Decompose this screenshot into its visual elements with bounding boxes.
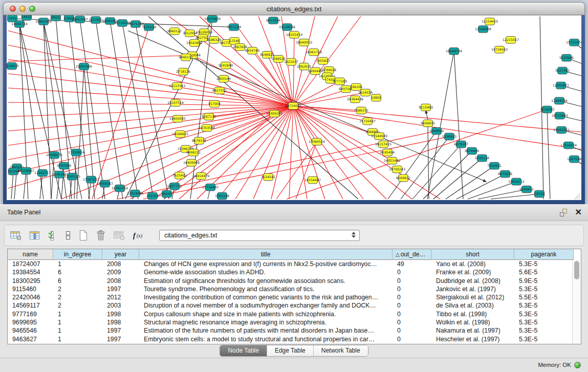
graph-node[interactable]: 19734933	[491, 46, 508, 53]
graph-node[interactable]: 17359924	[68, 149, 84, 156]
graph-node[interactable]: 9797588	[57, 162, 71, 169]
graph-node[interactable]: 15720407	[359, 118, 376, 125]
graph-node[interactable]: 7955812	[316, 57, 330, 64]
column-header-year[interactable]: year	[102, 249, 139, 260]
graph-node[interactable]: 9115460	[419, 104, 433, 111]
graph-node[interactable]: 9227343	[555, 67, 570, 74]
graph-node[interactable]: 15716485	[202, 184, 219, 191]
graph-node[interactable]: 8454749	[245, 47, 259, 54]
table-row[interactable]: 2242004622012Investigating the contribut…	[8, 293, 581, 301]
table-row[interactable]: 911546021997Tourette syndrome. Phenomeno…	[8, 285, 581, 293]
graph-node[interactable]: 1005144	[215, 192, 229, 200]
column-header-pagerank[interactable]: pagerank	[514, 249, 574, 260]
graph-node[interactable]: 12942757	[34, 169, 51, 177]
graph-node[interactable]: 12093872	[553, 82, 569, 89]
graph-node[interactable]: 18640910	[296, 39, 312, 46]
graph-node[interactable]: 7857224	[227, 24, 241, 31]
tab-network-table[interactable]: Network Table	[313, 345, 368, 356]
graph-node[interactable]: 19218596	[279, 24, 295, 31]
tab-edge-table[interactable]: Edge Table	[267, 345, 313, 356]
graph-node[interactable]: 8678334	[192, 137, 206, 144]
graph-node[interactable]: 2803144	[216, 75, 231, 82]
graph-node[interactable]: 3215953	[540, 106, 554, 113]
graph-node[interactable]: 19166825	[172, 130, 188, 138]
minimize-window-icon[interactable]	[19, 6, 26, 12]
graph-node[interactable]: 12254419	[482, 18, 498, 25]
graph-node[interactable]: 9777169	[333, 78, 347, 85]
graph-node[interactable]: 1588520	[271, 55, 286, 62]
float-panel-icon[interactable]	[559, 208, 568, 217]
graph-node[interactable]: 1167534	[567, 156, 581, 163]
graph-node[interactable]: 12213343	[169, 82, 185, 90]
graph-node[interactable]: 9415	[51, 15, 61, 21]
graph-node[interactable]: 10654112	[508, 178, 525, 185]
table-settings-icon[interactable]	[10, 230, 22, 240]
graph-node[interactable]: 16154447	[304, 177, 321, 184]
graph-node[interactable]: 2935114	[475, 155, 489, 162]
graph-node[interactable]: 12923446	[127, 190, 143, 197]
graph-node[interactable]: 19958167	[97, 180, 113, 187]
table-row[interactable]: 1938455462009Genome-wide association stu…	[8, 268, 581, 276]
close-window-icon[interactable]	[10, 6, 16, 12]
graph-node[interactable]: 16648794	[446, 48, 462, 55]
graph-node[interactable]: 746206	[350, 83, 362, 91]
create-table-icon[interactable]	[78, 230, 89, 241]
column-header-short[interactable]: short	[431, 249, 514, 260]
graph-node[interactable]: 203101	[146, 192, 159, 200]
graph-node[interactable]: 8813054	[266, 17, 280, 24]
graph-node[interactable]: 2718126	[176, 68, 190, 75]
graph-node[interactable]: 16033809	[204, 15, 221, 23]
graph-node[interactable]: 9474444	[465, 147, 479, 155]
graph-node[interactable]: 8099652	[396, 174, 410, 182]
graph-node[interactable]: 9890112	[179, 54, 193, 61]
graph-node[interactable]: 11544949	[371, 133, 387, 140]
graph-node[interactable]: 20532	[534, 190, 545, 198]
graph-node[interactable]: 10653287	[72, 16, 88, 23]
graph-node[interactable]: 6679197	[454, 141, 468, 148]
function-builder-icon[interactable]: f (x)	[132, 230, 145, 240]
graph-node[interactable]: 9857771	[167, 183, 182, 190]
graph-node[interactable]: 8186328	[207, 36, 221, 43]
table-row[interactable]: 969969511998Structural magnetic resonanc…	[8, 318, 581, 326]
graph-node[interactable]: 9498222	[186, 149, 201, 156]
graph-node[interactable]: 10700243	[389, 166, 405, 173]
graph-node[interactable]: 15692971	[553, 126, 570, 134]
row-height-icon[interactable]	[64, 230, 72, 240]
graph-node[interactable]: 20053346	[76, 63, 92, 70]
graph-node[interactable]: 15751074	[566, 39, 581, 46]
graph-node[interactable]: 7524542	[261, 173, 275, 181]
graph-node[interactable]: 1527602	[89, 16, 103, 24]
table-row[interactable]: 977716911998Corpus callosum shape and si…	[8, 310, 581, 318]
graph-node[interactable]: 2016635	[7, 62, 19, 70]
graph-node[interactable]: 917004	[208, 100, 221, 107]
table-row[interactable]: 946362711997Embryonic stem cells: a mode…	[8, 335, 581, 343]
graph-node[interactable]: 10543862	[186, 39, 203, 47]
graph-node[interactable]: 16961758	[306, 49, 322, 56]
graph-node[interactable]: 9245652	[519, 186, 534, 193]
graph-node[interactable]: 9129946	[559, 54, 574, 61]
graph-node[interactable]: 12215917	[503, 36, 519, 43]
column-header-outde[interactable]: △out_de…	[393, 249, 431, 260]
graph-node[interactable]: 1822037	[284, 58, 298, 65]
window-titlebar[interactable]: citations_edges.txt	[3, 2, 585, 15]
column-header-name[interactable]: name	[8, 249, 53, 260]
graph-node[interactable]: 8471676	[498, 170, 512, 178]
graph-node[interactable]: 11156867	[18, 167, 34, 174]
graph-node[interactable]: 16210643	[552, 112, 568, 119]
graph-node[interactable]: 10800	[371, 94, 381, 101]
vertical-scrollbar[interactable]	[572, 260, 581, 344]
graph-node[interactable]: 9699695	[421, 120, 435, 127]
graph-node[interactable]: 20206576	[46, 151, 62, 159]
graph-node[interactable]: 7625402	[172, 172, 187, 179]
table-row[interactable]: 946554611997Estimation of the future num…	[8, 326, 581, 335]
browse-columns-icon[interactable]	[29, 230, 41, 240]
graph-node[interactable]: 16909948	[183, 159, 200, 166]
table-row[interactable]: 1830029562008Estimation of significance …	[8, 277, 581, 285]
scrollbar-thumb[interactable]	[574, 261, 579, 279]
delete-trash-icon[interactable]	[95, 230, 106, 241]
graph-node[interactable]: 20364436	[347, 96, 363, 103]
graph-node[interactable]: 5938923	[442, 133, 456, 140]
graph-node[interactable]: 16782759	[112, 185, 128, 192]
graph-node[interactable]: 3624554	[358, 89, 373, 96]
graph-node[interactable]: 7932621	[487, 162, 502, 169]
